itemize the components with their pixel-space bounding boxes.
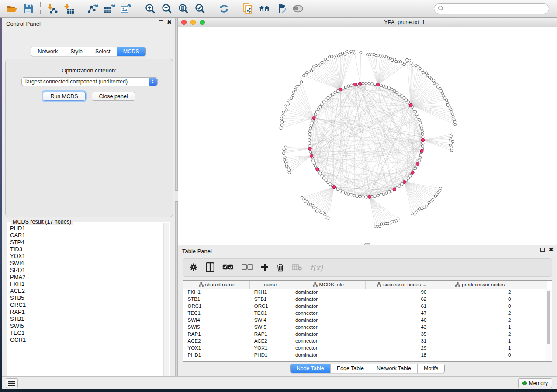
table-cell[interactable]: 0 [438,296,522,303]
mcds-node[interactable] [359,82,362,85]
mcds-node[interactable] [376,83,379,86]
graph-node[interactable] [336,188,339,190]
column-header-predecessor-nodes[interactable]: predecessor nodes [438,281,522,289]
graph-node[interactable] [370,83,373,85]
graph-node[interactable] [309,127,312,130]
graph-node[interactable] [280,124,283,127]
graph-node[interactable] [385,192,387,194]
network-file-button[interactable] [242,2,255,15]
graph-node[interactable] [365,82,367,85]
mcds-node[interactable] [393,188,396,191]
table-cell[interactable]: dominator [291,303,365,309]
graph-node[interactable] [385,86,387,88]
mcds-node-item[interactable]: PMA2 [10,274,162,281]
graph-node[interactable] [347,85,350,87]
graph-node[interactable] [285,109,287,111]
search-box[interactable] [434,3,549,14]
table-scrollbar-thumb[interactable] [547,291,550,344]
graph-node[interactable] [388,87,391,89]
table-cell[interactable]: ACE2 [250,337,291,344]
import-network-button[interactable] [46,2,59,15]
mcds-node[interactable] [332,185,336,188]
mcds-node[interactable] [409,103,412,107]
mcds-node[interactable] [416,162,419,165]
table-row[interactable]: STB1STB1dominator620 [183,296,547,303]
graph-node[interactable] [453,120,456,123]
graph-node[interactable] [342,191,344,193]
mcds-node-item[interactable]: STB1 [10,316,162,323]
select-all-button[interactable] [222,264,234,272]
graph-node[interactable] [393,89,396,92]
graph-node[interactable] [288,172,291,174]
table-cell[interactable]: RAP1 [250,330,291,337]
table-cell[interactable]: 47 [365,309,438,316]
mcds-node[interactable] [411,171,414,174]
graph-node[interactable] [326,58,329,60]
hide-flag-button[interactable] [275,2,288,15]
mcds-node[interactable] [308,147,311,150]
column-header-successor-nodes[interactable]: successor nodes ⌄ [365,281,438,289]
graph-node[interactable] [451,133,453,135]
graph-node[interactable] [319,172,322,175]
graph-node[interactable] [322,101,325,103]
table-cell[interactable]: dominator [291,316,365,323]
graph-node[interactable] [313,162,315,165]
graph-node[interactable] [446,104,449,107]
graph-node[interactable] [315,110,318,113]
mcds-node-item[interactable]: YOX1 [10,253,162,260]
graph-node[interactable] [379,84,382,86]
graph-node[interactable] [398,185,401,187]
memory-button[interactable]: Memory [518,378,552,388]
graph-node[interactable] [442,95,444,97]
graph-node[interactable] [419,124,422,127]
zoom-out-button[interactable] [160,2,173,15]
table-cell[interactable]: 18 [365,351,438,358]
graph-node[interactable] [298,83,300,86]
graph-node[interactable] [422,136,424,138]
graph-node[interactable] [302,74,305,77]
table-row[interactable]: ORC1ORC1dominator610 [183,303,547,309]
graph-node[interactable] [365,196,367,198]
graph-node[interactable] [327,181,329,183]
mcds-node[interactable] [353,83,356,86]
table-row[interactable]: PHD1PHD1dominator180 [183,351,547,358]
graph-node[interactable] [403,96,405,99]
graph-node[interactable] [450,110,453,113]
graph-node[interactable] [426,74,429,77]
graph-node[interactable] [339,189,342,192]
table-cell[interactable]: 31 [365,337,438,344]
table-cell[interactable]: TEC1 [250,309,291,316]
graph-node[interactable] [422,142,424,144]
table-row[interactable]: SWI5SWI5connector431 [183,323,547,330]
graph-node[interactable] [406,58,408,61]
graph-node[interactable] [290,97,293,100]
mcds-node-item[interactable]: ORC1 [10,302,162,309]
graph-node[interactable] [324,213,326,216]
graph-node[interactable] [377,194,379,197]
table-cell[interactable]: 96 [365,289,438,296]
graph-node[interactable] [439,187,442,190]
graph-node[interactable] [324,58,327,61]
table-cell[interactable]: 0 [438,351,522,358]
graph-node[interactable] [310,124,312,127]
tab-node-table[interactable]: Node Table [291,364,331,373]
table-row[interactable]: FKH1FKH1dominator962 [183,289,547,296]
graph-node[interactable] [452,140,454,143]
graph-node[interactable] [312,65,315,68]
graph-node[interactable] [292,91,295,93]
settings-gear-button[interactable] [189,263,198,273]
table-cell[interactable]: 2 [438,316,522,323]
graph-node[interactable] [282,114,284,117]
zoom-selected-button[interactable] [194,2,207,15]
table-cell[interactable]: PHD1 [250,351,291,358]
graph-node[interactable] [418,159,420,162]
graph-node[interactable] [419,153,422,156]
graph-node[interactable] [314,113,317,116]
graph-node[interactable] [353,194,356,197]
table-cell[interactable]: dominator [291,330,365,337]
graph-node[interactable] [425,72,428,74]
table-cell[interactable]: 0 [438,303,522,309]
table-row[interactable]: SWI4SWI4dominator462 [183,316,547,323]
add-row-button[interactable] [261,263,269,272]
graph-node[interactable] [420,127,423,130]
